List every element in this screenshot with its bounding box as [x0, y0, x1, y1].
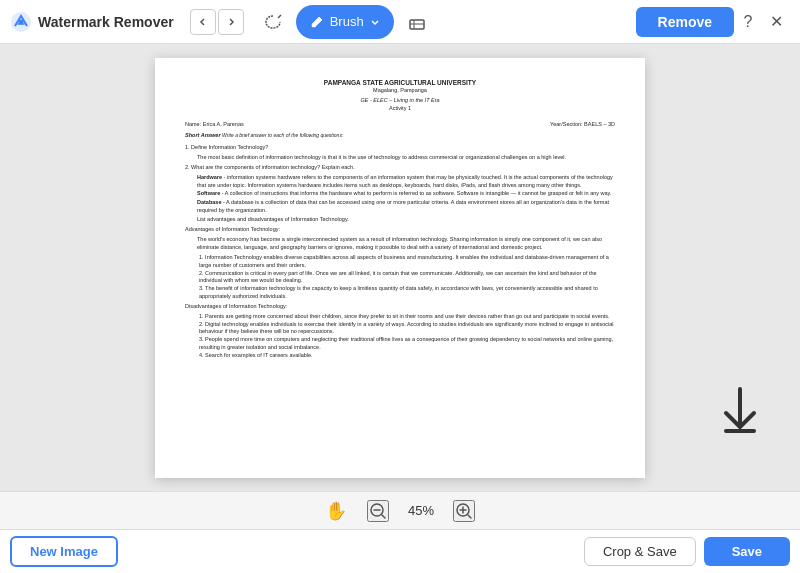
doc-location: Magalang, Pampanga [185, 87, 615, 95]
bottom-right-actions: Crop & Save Save [584, 537, 790, 566]
doc-course: GE - ELEC – Living in the IT Era [185, 97, 615, 105]
zoom-in-button[interactable] [453, 500, 475, 522]
zoom-percent: 45% [401, 503, 441, 518]
doc-advantages-list: 1. Information Technology enables divers… [185, 254, 615, 300]
zoom-out-button[interactable] [367, 500, 389, 522]
doc-name: Name: Erica A. Parenas [185, 121, 244, 129]
download-arrow [720, 387, 760, 441]
help-button[interactable]: ? [734, 8, 762, 36]
hand-icon: ✋ [325, 500, 347, 522]
save-button[interactable]: Save [704, 537, 790, 566]
main-area: PAMPANGA STATE AGRICULTURAL UNIVERSITY M… [0, 44, 800, 491]
crop-save-button[interactable]: Crop & Save [584, 537, 696, 566]
zoom-bar: ✋ 45% [0, 491, 800, 529]
doc-q2: 2. What are the components of informatio… [185, 164, 615, 223]
nav-arrows [190, 9, 244, 35]
brush-label: Brush [330, 14, 364, 29]
title-bar: Watermark Remover Brush [0, 0, 800, 44]
doc-activity: Activity 1 [185, 105, 615, 113]
doc-disadvantages: Disadvantages of Information Technology:… [185, 303, 615, 359]
brush-icon [310, 15, 324, 29]
logo-icon [10, 11, 32, 33]
app-title: Watermark Remover [38, 14, 174, 30]
document-container: PAMPANGA STATE AGRICULTURAL UNIVERSITY M… [155, 58, 645, 478]
document-content: PAMPANGA STATE AGRICULTURAL UNIVERSITY M… [155, 58, 645, 383]
doc-q1: 1. Define Information Technology? The mo… [185, 144, 615, 161]
doc-header: PAMPANGA STATE AGRICULTURAL UNIVERSITY M… [185, 78, 615, 113]
doc-advantages: Advantages of Information Technology: Th… [185, 226, 615, 251]
forward-button[interactable] [218, 9, 244, 35]
doc-year-section: Year/Section: BAELS – 3D [550, 121, 615, 129]
lasso-button[interactable] [256, 5, 290, 39]
new-image-button[interactable]: New Image [10, 536, 118, 567]
doc-short-answer: Short Answer Write a brief answer to eac… [185, 132, 615, 140]
bottom-bar: New Image Crop & Save Save [0, 529, 800, 573]
remove-button[interactable]: Remove [636, 7, 734, 37]
eraser-button[interactable] [400, 5, 434, 39]
app-logo: Watermark Remover [10, 11, 174, 33]
svg-point-1 [19, 19, 24, 24]
back-button[interactable] [190, 9, 216, 35]
doc-university: PAMPANGA STATE AGRICULTURAL UNIVERSITY [185, 78, 615, 87]
toolbar-tools: Brush [256, 5, 434, 39]
brush-dropdown-icon [370, 17, 380, 27]
doc-name-line: Name: Erica A. Parenas Year/Section: BAE… [185, 121, 615, 129]
brush-button[interactable]: Brush [296, 5, 394, 39]
close-button[interactable]: ✕ [762, 8, 790, 36]
